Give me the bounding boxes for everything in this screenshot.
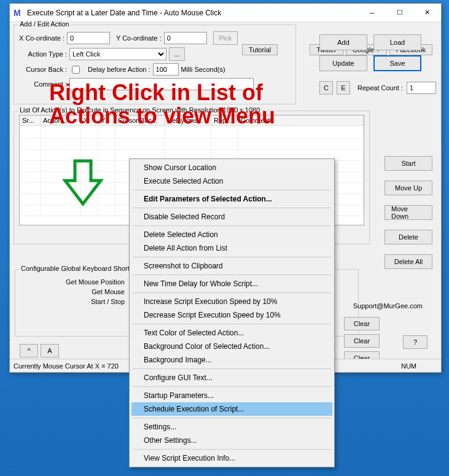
load-button[interactable]: Load (373, 34, 421, 50)
cursor-back-label: Cursor Back : (19, 66, 67, 73)
delete-button[interactable]: Delete (385, 230, 432, 244)
menu-item[interactable]: Startup Parameters... (131, 389, 332, 402)
repeat-input[interactable] (407, 82, 436, 94)
caret-button[interactable]: ^ (20, 344, 38, 357)
action-type-select[interactable]: Left Click (69, 48, 166, 60)
delay-label: Delay before Action : (88, 66, 150, 73)
close-button[interactable]: ✕ (413, 4, 441, 21)
th-delay: Delay (ms... (165, 115, 211, 125)
titlebar: M Execute Script at a Later Date and Tim… (10, 4, 441, 22)
x-label: X Co-ordinate : (19, 34, 64, 42)
comment-label: Comment : (19, 80, 67, 88)
menu-item[interactable]: Screenshot to Clipboard (131, 259, 332, 273)
minimize-button[interactable]: ─ (358, 4, 386, 21)
update-button[interactable]: Update (319, 55, 367, 71)
delay-input[interactable] (153, 63, 179, 76)
menu-item[interactable]: Other Settings... (131, 434, 332, 447)
add-button[interactable]: Add (319, 34, 367, 50)
th-action: Action... (41, 115, 81, 125)
delay-unit: Milli Second(s) (181, 66, 225, 73)
menu-item[interactable]: Show Cursor Location (131, 161, 332, 174)
menu-separator (133, 418, 331, 418)
menu-item[interactable]: Decrease Script Execution Speed by 10% (131, 308, 332, 322)
delete-all-button[interactable]: Delete All (385, 254, 432, 269)
y-input[interactable] (164, 32, 207, 44)
menu-item[interactable]: Increase Script Execution Speed by 10% (131, 295, 332, 308)
menu-item[interactable]: Execute Selected Action (131, 174, 332, 188)
menu-item[interactable]: Disable Selected Record (131, 210, 332, 224)
menu-item[interactable]: Background Image... (131, 353, 332, 367)
move-up-button[interactable]: Move Up (385, 181, 432, 195)
menu-item[interactable]: Configure GUI Text... (131, 371, 332, 384)
maximize-button[interactable]: ☐ (386, 4, 413, 21)
th-y: Y (98, 115, 115, 125)
menu-separator (133, 208, 331, 208)
clear-button-2[interactable]: Clear (344, 334, 380, 348)
start-button[interactable]: Start (385, 156, 432, 171)
repeat-label: Repeat Count : (357, 84, 403, 92)
support-text: Support@MurGee.com (353, 302, 423, 310)
y-label: Y Co-ordinate : (116, 34, 162, 42)
a-button[interactable]: A (41, 344, 59, 357)
c-button[interactable]: C (319, 81, 333, 95)
status-left: Currently Mouse Cursor At X = 720 (14, 362, 119, 370)
th-comment: Comment (238, 115, 364, 125)
clear-button-1[interactable]: Clear (344, 317, 380, 330)
window-title: Execute Script at a Later Date and Time … (27, 9, 358, 17)
menu-separator (133, 369, 331, 369)
cursor-back-checkbox[interactable] (72, 66, 80, 74)
menu-item[interactable]: Schedule Execution of Script... (131, 402, 332, 416)
menu-separator (133, 324, 331, 324)
th-x: X (81, 115, 98, 125)
context-menu: Show Cursor LocationExecute Selected Act… (129, 158, 335, 467)
e-button[interactable]: E (337, 81, 350, 95)
menu-item[interactable]: Background Color of Selected Action... (131, 340, 332, 353)
menu-separator (133, 190, 331, 190)
list-legend: List Of Action(s) to Execute in Sequence… (18, 106, 262, 114)
menu-item[interactable]: Settings... (131, 420, 332, 434)
action-type-label: Action Type : (19, 50, 67, 58)
th-sr: Sr... (20, 115, 41, 125)
cfg-r1-label: Get Mouse Position (20, 278, 125, 286)
menu-separator (133, 292, 331, 293)
move-down-button[interactable]: Move Down (385, 205, 432, 220)
menu-item[interactable]: Text Color of Selected Action... (131, 326, 332, 340)
status-num: NUM (401, 362, 416, 370)
pick-button[interactable]: Pick (213, 31, 238, 45)
help-button[interactable]: ? (403, 335, 428, 349)
menu-item[interactable]: Delete All Action from List (131, 241, 332, 255)
cfg-r2-label: Get Mouse (20, 288, 125, 295)
action-more-button[interactable]: ... (169, 47, 185, 61)
menu-item[interactable]: View Script Execution Info... (131, 451, 332, 465)
menu-separator (133, 225, 331, 226)
th-cursor: Cursor Bac... (115, 115, 165, 125)
cfg-r3-label: Start / Stop (20, 298, 125, 305)
menu-separator (133, 257, 331, 257)
save-button[interactable]: Save (373, 55, 421, 71)
x-input[interactable] (67, 32, 110, 44)
menu-item[interactable]: Edit Parameters of Selected Action... (131, 192, 332, 206)
app-icon: M (14, 8, 23, 18)
menu-item[interactable]: New Time Delay for Whole Script... (131, 277, 332, 291)
table-header: Sr... Action... X Y Cursor Bac... Delay … (20, 115, 364, 126)
menu-separator (133, 275, 331, 275)
add-edit-fieldset: Add / Edit Action X Co-ordinate : Y Co-o… (14, 25, 296, 104)
cfg-legend: Configurable Global Keyboard Shortcuts (19, 265, 144, 272)
menu-separator (133, 449, 331, 450)
add-edit-legend: Add / Edit Action (18, 20, 71, 28)
menu-item[interactable]: Delete Selected Action (131, 228, 332, 241)
comment-input[interactable] (69, 78, 254, 90)
th-rep: Rep... (211, 115, 238, 125)
menu-separator (133, 386, 331, 387)
